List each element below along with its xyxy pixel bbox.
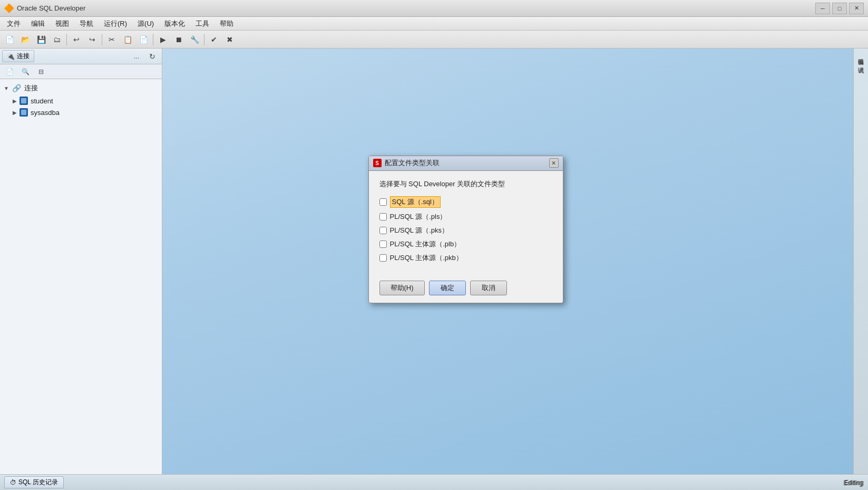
root-connections-icon: 🔗 [12, 83, 21, 93]
student-db-icon [19, 96, 28, 105]
connect-icon: 🔌 [7, 53, 15, 60]
toolbar-redo-button[interactable]: ↪ [85, 33, 100, 46]
sysasdba-db-icon [19, 108, 28, 117]
checkbox-sql[interactable] [379, 198, 387, 206]
checkbox-pkb[interactable] [379, 254, 387, 262]
menu-item-源(U)[interactable]: 源(U) [133, 17, 159, 30]
app-title: Oracle SQL Developer [17, 4, 815, 12]
app-icon-symbol: 🔶 [4, 3, 14, 13]
left-panel: 🔌 连接 ... ↻ 📄 🔍 ⊟ ▼ 🔗 连接 [0, 49, 162, 474]
toolbar-save-button[interactable]: 💾 [34, 33, 48, 46]
dialog-icon-label: S [375, 160, 379, 166]
browse-button[interactable]: ... [129, 50, 144, 63]
checkbox-sql-label: SQL 源（.sql） [390, 196, 441, 208]
checkbox-pkb-label: PL/SQL 主体源（.pkb） [390, 253, 463, 263]
menu-item-帮助[interactable]: 帮助 [215, 17, 238, 30]
checkbox-row-plb: PL/SQL 主体源（.plb） [379, 239, 552, 249]
dialog-description: 选择要与 SQL Developer 关联的文件类型 [379, 179, 552, 189]
panel-toolbar: 🔌 连接 ... ↻ [0, 49, 162, 64]
toolbar-sep-1 [66, 34, 67, 45]
sql-history-icon: ⏱ [10, 479, 16, 486]
sidebar-debugger-item[interactable]: 调试 [854, 59, 867, 66]
titlebar-controls: ─ □ ✕ [815, 3, 864, 14]
tree-view: ▼ 🔗 连接 ▶ student ▶ sysasdba [0, 79, 162, 474]
sysasdba-label: sysasdba [31, 109, 60, 117]
panel-refresh-button[interactable]: ↻ [145, 50, 160, 63]
connect-button[interactable]: 🔌 连接 [2, 50, 34, 62]
dialog-title: 配置文件类型关联 [385, 158, 549, 168]
restore-button[interactable]: □ [832, 3, 847, 14]
menu-item-导航[interactable]: 导航 [75, 17, 98, 30]
dialog-titlebar: S 配置文件类型关联 ✕ [369, 156, 563, 171]
checkbox-row-pls: PL/SQL 源（.pls） [379, 212, 552, 222]
toolbar-cut-button[interactable]: ✂ [104, 33, 119, 46]
toolbar-sep-3 [153, 34, 153, 45]
toolbar-run-button[interactable]: ▶ [155, 33, 170, 46]
right-sidebar: 编辑器 调试 [853, 49, 868, 474]
toolbar-sep-2 [102, 34, 102, 45]
connection-root-item[interactable]: ▼ 🔗 连接 [0, 81, 162, 95]
toolbar-sep-4 [204, 34, 204, 45]
toolbar-saveall-button[interactable]: 🗂 [50, 33, 64, 46]
checkbox-row-pkb: PL/SQL 主体源（.pkb） [379, 253, 552, 263]
connect-label: 连接 [17, 52, 30, 61]
menu-item-工具[interactable]: 工具 [191, 17, 214, 30]
dialog-close-button[interactable]: ✕ [549, 158, 559, 168]
toolbar-paste-button[interactable]: 📄 [136, 33, 151, 46]
checkbox-row-pks: PL/SQL 源（.pks） [379, 226, 552, 235]
checkbox-row-sql: SQL 源（.sql） [379, 196, 552, 208]
toolbar-copy-button[interactable]: 📋 [120, 33, 135, 46]
menu-item-视图[interactable]: 视图 [51, 17, 74, 30]
sql-history-label: SQL 历史记录 [18, 478, 58, 487]
root-expander[interactable]: ▼ [2, 84, 11, 92]
bottom-bar: ⏱ SQL 历史记录 Editing [0, 474, 868, 490]
file-association-dialog: S 配置文件类型关联 ✕ 选择要与 SQL Developer 关联的文件类型 … [368, 156, 563, 303]
student-label: student [31, 97, 53, 105]
cancel-button[interactable]: 取消 [470, 281, 507, 295]
help-button[interactable]: 帮助(H) [379, 281, 425, 295]
editing-status: Editing [843, 479, 863, 487]
panel-collapse-btn[interactable]: ⊟ [34, 65, 48, 79]
checkbox-pks-label: PL/SQL 源（.pks） [390, 226, 449, 235]
checkbox-pls-label: PL/SQL 源（.pls） [390, 212, 447, 222]
checkbox-pks[interactable] [379, 227, 387, 234]
checkbox-plb[interactable] [379, 241, 387, 248]
menu-item-编辑[interactable]: 编辑 [26, 17, 50, 30]
tree-item-student[interactable]: ▶ student [0, 95, 162, 107]
toolbar-stop-button[interactable]: ⏹ [171, 33, 186, 46]
toolbar-commit-button[interactable]: ✔ [207, 33, 221, 46]
menu-item-文件[interactable]: 文件 [2, 17, 25, 30]
toolbar-new-button[interactable]: 📄 [2, 33, 17, 46]
menubar: 文件编辑视图导航运行(R)源(U)版本化工具帮助 [0, 17, 868, 31]
sysasdba-expander[interactable]: ▶ [11, 108, 19, 117]
dialog-footer: 帮助(H) 确定 取消 [369, 275, 563, 303]
student-expander[interactable]: ▶ [11, 97, 19, 105]
sql-history-tab[interactable]: ⏱ SQL 历史记录 [4, 476, 64, 488]
toolbar: 📄 📂 💾 🗂 ↩ ↪ ✂ 📋 📄 ▶ ⏹ 🔧 ✔ ✖ [0, 31, 868, 49]
root-label: 连接 [24, 83, 38, 93]
titlebar: 🔶 Oracle SQL Developer ─ □ ✕ [0, 0, 868, 17]
panel-new-btn[interactable]: 📄 [2, 65, 17, 79]
panel-sub-toolbar: 📄 🔍 ⊟ [0, 64, 162, 79]
sidebar-editor-item[interactable]: 编辑器 [854, 51, 867, 58]
toolbar-debug-button[interactable]: 🔧 [187, 33, 202, 46]
checkbox-pls[interactable] [379, 213, 387, 220]
tree-item-sysasdba[interactable]: ▶ sysasdba [0, 107, 162, 118]
checkbox-plb-label: PL/SQL 主体源（.plb） [390, 239, 461, 249]
app-icon: 🔶 [4, 4, 14, 13]
menu-item-运行(R)[interactable]: 运行(R) [99, 17, 132, 30]
toolbar-open-button[interactable]: 📂 [18, 33, 33, 46]
menu-item-版本化[interactable]: 版本化 [160, 17, 190, 30]
minimize-button[interactable]: ─ [815, 3, 830, 14]
toolbar-rollback-button[interactable]: ✖ [222, 33, 237, 46]
toolbar-undo-button[interactable]: ↩ [69, 33, 84, 46]
close-button[interactable]: ✕ [849, 3, 864, 14]
dialog-body: 选择要与 SQL Developer 关联的文件类型 SQL 源（.sql） P… [369, 171, 563, 275]
ok-button[interactable]: 确定 [429, 281, 466, 295]
dialog-icon: S [373, 159, 382, 167]
panel-filter-btn[interactable]: 🔍 [18, 65, 33, 79]
